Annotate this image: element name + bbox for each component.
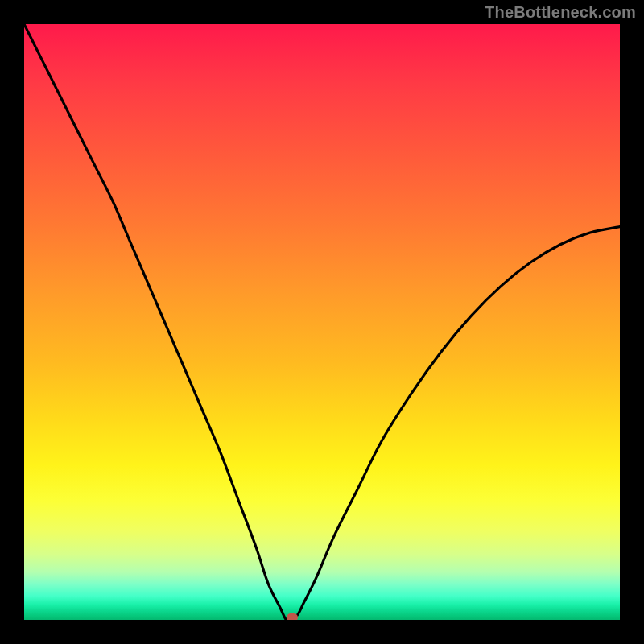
watermark-text: TheBottleneck.com bbox=[485, 3, 636, 22]
plot-area bbox=[24, 24, 620, 620]
chart-frame: TheBottleneck.com bbox=[0, 0, 644, 644]
bottleneck-curve bbox=[24, 24, 620, 620]
minimum-marker bbox=[287, 613, 298, 620]
